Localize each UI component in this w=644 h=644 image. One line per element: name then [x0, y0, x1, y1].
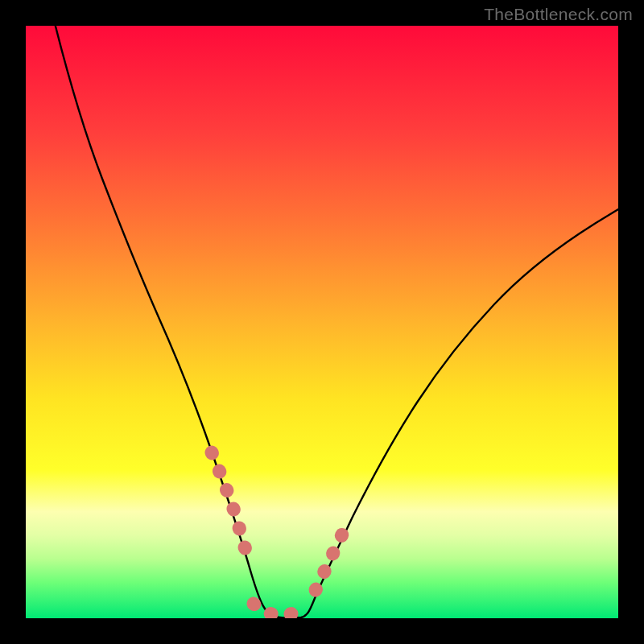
watermark-text: TheBottleneck.com: [484, 5, 633, 24]
highlight-right-ascent: [316, 526, 346, 590]
highlight-left-descent: [212, 452, 248, 558]
curve-svg: [26, 26, 618, 618]
plot-area: [26, 26, 618, 618]
bottleneck-curve-path: [56, 26, 618, 618]
highlight-bottom-flat: [254, 604, 308, 615]
chart-frame: TheBottleneck.com: [0, 0, 644, 644]
